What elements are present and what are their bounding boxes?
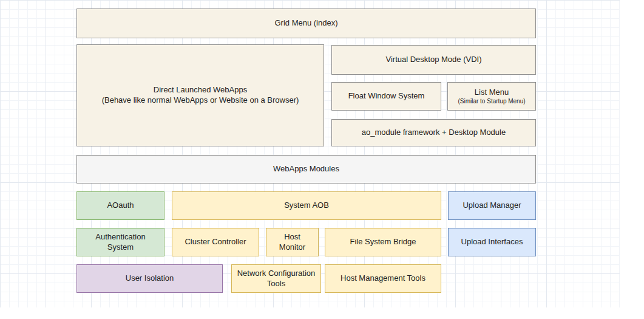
shape-label: Network Configuration Tools bbox=[237, 269, 316, 289]
shape-label: Upload Manager bbox=[463, 201, 521, 211]
diagram-canvas: Grid Menu (index) Direct Launched WebApp… bbox=[0, 0, 644, 319]
shape-list-menu[interactable]: List Menu (Similar to Startup Menu) bbox=[447, 82, 536, 111]
shape-direct-launched-webapps[interactable]: Direct Launched WebApps (Behave like nor… bbox=[76, 44, 324, 146]
shape-virtual-desktop-mode[interactable]: Virtual Desktop Mode (VDI) bbox=[331, 45, 536, 75]
shape-ao-module-framework[interactable]: ao_module framework + Desktop Module bbox=[331, 119, 536, 146]
shape-upload-manager[interactable]: Upload Manager bbox=[448, 191, 536, 220]
shape-label: Upload Interfaces bbox=[461, 237, 523, 247]
shape-label: Grid Menu (index) bbox=[274, 18, 337, 29]
shape-label: User Isolation bbox=[126, 273, 174, 284]
shape-label: Cluster Controller bbox=[185, 237, 246, 247]
shape-label: System AOB bbox=[284, 201, 329, 211]
shape-label: Float Window System bbox=[348, 91, 425, 101]
shape-label: Virtual Desktop Mode (VDI) bbox=[386, 55, 482, 65]
shape-network-configuration-tools[interactable]: Network Configuration Tools bbox=[231, 264, 321, 293]
shape-file-system-bridge[interactable]: File System Bridge bbox=[325, 228, 441, 256]
shape-host-monitor[interactable]: Host Monitor bbox=[266, 228, 319, 256]
shape-label: WebApps Modules bbox=[273, 164, 339, 174]
shape-host-management-tools[interactable]: Host Management Tools bbox=[325, 264, 441, 293]
shape-label: List Menu bbox=[475, 87, 509, 98]
shape-aoauth[interactable]: AOauth bbox=[76, 191, 164, 220]
shape-upload-interfaces[interactable]: Upload Interfaces bbox=[448, 228, 536, 256]
shape-label: Authentication System bbox=[82, 232, 159, 253]
shape-label: ao_module framework + Desktop Module bbox=[362, 128, 506, 138]
shape-label: AOauth bbox=[107, 201, 134, 211]
shape-grid-menu[interactable]: Grid Menu (index) bbox=[76, 9, 536, 38]
shape-system-aob[interactable]: System AOB bbox=[172, 191, 441, 220]
shape-label: File System Bridge bbox=[350, 237, 416, 247]
shape-float-window-system[interactable]: Float Window System bbox=[331, 82, 441, 111]
shape-label-secondary: (Behave like normal WebApps or Website o… bbox=[102, 95, 299, 106]
shape-webapps-modules[interactable]: WebApps Modules bbox=[76, 155, 536, 184]
shape-label: Direct Launched WebApps bbox=[154, 85, 247, 95]
shape-authentication-system[interactable]: Authentication System bbox=[76, 228, 164, 256]
shape-user-isolation[interactable]: User Isolation bbox=[76, 264, 223, 293]
shape-label: Host Management Tools bbox=[341, 273, 425, 284]
shape-label: Host Monitor bbox=[271, 232, 313, 253]
shape-sublabel: (Similar to Startup Menu) bbox=[458, 97, 525, 105]
shape-cluster-controller[interactable]: Cluster Controller bbox=[172, 228, 259, 256]
